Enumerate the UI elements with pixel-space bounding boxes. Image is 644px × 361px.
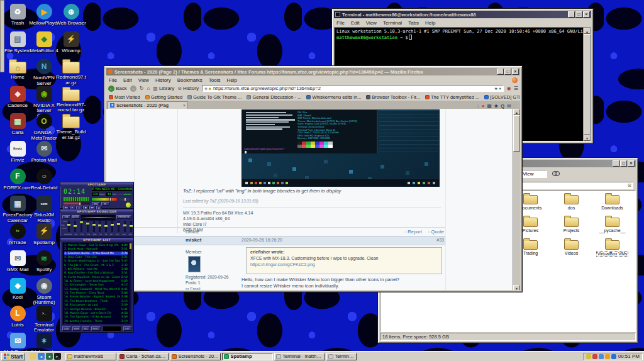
window-control-button[interactable]: × (512, 69, 519, 75)
tab-screenshots[interactable]: X Screenshots - 2020 (Pag × (108, 101, 188, 109)
menu-item[interactable]: File (109, 77, 117, 83)
spotiamp-icon[interactable]: ⚡ Spotiamp (29, 223, 59, 251)
globe-shortcut-icon[interactable]: ● (46, 353, 53, 360)
menu-item[interactable]: Tools (209, 77, 221, 83)
tab-close-icon[interactable]: × (183, 103, 186, 108)
download-icon[interactable]: ↓ (477, 103, 479, 109)
taskbar-task-button[interactable]: Screenshots - 2020 (Pa... (170, 353, 221, 360)
folder-item[interactable]: Projects (551, 216, 592, 238)
bookmark-item[interactable]: Guide To Gtk Theme ... (187, 94, 242, 100)
menu-item[interactable]: Edit (351, 20, 360, 26)
volume-slider[interactable] (92, 198, 117, 201)
quote-link[interactable]: Quote (428, 229, 444, 235)
history-button[interactable]: ⊙History (177, 86, 199, 91)
folder-item[interactable]: VirtualBox VMs (592, 238, 633, 261)
folder-item[interactable]: Downloads (592, 193, 633, 216)
spotiamp-titlebar[interactable]: SPOTIAMP (60, 182, 133, 186)
grid-icon[interactable]: ▦ (487, 103, 492, 109)
tray-icon-5[interactable] (611, 354, 616, 359)
folder-item[interactable]: Videos (551, 238, 592, 261)
mail-icon[interactable]: ✉ (507, 103, 511, 109)
spotify-icon[interactable]: ≋ Spotify (29, 250, 59, 278)
eq-band-slider[interactable] (80, 221, 82, 232)
menu-item[interactable]: Edit (123, 77, 132, 83)
menu-item[interactable]: Help (425, 20, 435, 26)
web-browser-icon[interactable]: ⊕ Web Browser (54, 4, 88, 31)
kodi-icon[interactable]: ◆ Kodi (3, 278, 33, 306)
menu-lines-icon[interactable]: ☰ (514, 86, 518, 91)
forex-com-icon[interactable]: F FOREX.com (3, 169, 33, 196)
scrollbar-thumb[interactable] (584, 34, 591, 135)
search-icon[interactable] (552, 171, 560, 177)
bookmark-item[interactable]: Browser Toolbox - Fir... (366, 94, 420, 100)
star-icon[interactable]: ★ (494, 103, 499, 109)
home-folder-icon[interactable]: ⌂ Home (3, 58, 33, 86)
terminal-shortcut-icon[interactable]: >_ (54, 353, 61, 360)
window-control-button[interactable]: _ (568, 11, 575, 18)
eq-band-slider[interactable] (130, 221, 132, 232)
eq-on-button[interactable]: ON (62, 215, 70, 219)
file-system-icon[interactable]: ▤ File System (3, 31, 33, 59)
bookmark-item[interactable]: Whiskermenu edits in... (306, 94, 361, 100)
forward-button[interactable]: → (130, 86, 136, 92)
eq-band-slider[interactable] (93, 221, 95, 232)
taskbar-task-button[interactable]: matthewmx86 (65, 353, 116, 360)
report-link[interactable]: Report (405, 229, 422, 235)
winamp-icon[interactable]: ⚡ Winamp (54, 31, 88, 59)
post33-email-link[interactable]: Email (186, 287, 201, 290)
reload-icon[interactable]: ↻ (140, 86, 144, 91)
extension-icon[interactable]: □ (513, 103, 516, 109)
trash-icon[interactable]: ♻ Trash (3, 4, 33, 31)
taskbar-task-button[interactable]: Spotiamp (222, 353, 273, 360)
balance-slider[interactable] (119, 198, 130, 201)
window-control-button[interactable]: _ (497, 69, 504, 75)
cadence-icon[interactable]: ◆ Cadence (3, 86, 33, 114)
pl-toggle-button[interactable]: PL (101, 202, 109, 206)
playlist-button[interactable]: SEL (82, 326, 89, 331)
scroll-down-icon[interactable]: ▼ (513, 285, 520, 290)
window-control-button[interactable]: × (583, 11, 590, 18)
page-scrollbar[interactable]: ▲ ▼ (513, 109, 520, 290)
menu-item[interactable]: View (366, 20, 377, 26)
playlist-button[interactable]: ADD (62, 326, 71, 331)
eq-band-slider[interactable] (111, 221, 113, 232)
playlist-list-button[interactable]: LIST (123, 326, 131, 331)
scroll-up-icon[interactable]: ▲ (513, 109, 520, 115)
start-button[interactable]: Start (1, 353, 25, 360)
browser-shortcut-icon[interactable]: e (38, 353, 45, 360)
equalizer-titlebar[interactable]: SPOTIAMP EQUALIZER (60, 209, 133, 213)
search-icon[interactable]: Q (501, 103, 504, 109)
gmx-mail-icon[interactable]: ✉ GMX Mail (3, 250, 33, 278)
bookmark-item[interactable]: Most Visited (109, 94, 140, 100)
lutris-icon[interactable]: L Lutris (3, 306, 33, 333)
menu-item[interactable]: Terminal (383, 20, 402, 26)
menu-item[interactable]: History (155, 77, 171, 83)
fingerprint-icon[interactable]: ◉ (507, 86, 511, 91)
playlist[interactable]: 1. Marvin Gaye - Got To Give It Up (Pt. … (62, 242, 131, 325)
scrollbar-thumb[interactable] (513, 115, 520, 152)
taskbar-task-button[interactable]: Carla - 5chan.carxp (118, 353, 169, 360)
eq-presets-button[interactable]: PRESETS (116, 215, 131, 219)
tray-icon-2[interactable] (592, 354, 597, 359)
library-button[interactable]: ▥Library (153, 86, 174, 91)
window-control-button[interactable]: _ (613, 160, 619, 167)
dropdown-icon[interactable]: ▾ (499, 86, 501, 91)
bookmark-item[interactable]: The TTY demystified ... (425, 94, 479, 100)
eq-band-slider[interactable] (68, 221, 70, 232)
real-debrid-icon[interactable]: ○ Real-Debrid (29, 169, 59, 196)
terminal-scrollbar[interactable]: ▲ ▼ (583, 28, 591, 141)
playlist-track[interactable]: 21. Diana Ross - Upside Down 4:04 (64, 323, 128, 325)
record-icon[interactable]: ● (482, 103, 485, 109)
post33-author-link[interactable]: misket (186, 237, 201, 243)
terminal-emulator-icon[interactable]: >_ Terminal Emulator (29, 306, 59, 333)
seek-bar[interactable] (64, 203, 90, 204)
playlist-button[interactable]: REM (72, 326, 81, 331)
eq-auto-button[interactable]: AUTO (72, 215, 80, 219)
eq-band-slider[interactable] (99, 221, 101, 232)
clear-path-icon[interactable]: ⊠ (628, 183, 631, 188)
steam-icon[interactable]: ◉ Steam (Runtime) (29, 278, 59, 306)
taskbar-task-button[interactable]: Terminal - matthewmx8... (274, 353, 325, 360)
folder-item[interactable]: dos (551, 193, 592, 216)
home-icon[interactable]: ⌂ (147, 86, 150, 91)
bookmark-star-icon[interactable]: ★ (494, 86, 498, 91)
